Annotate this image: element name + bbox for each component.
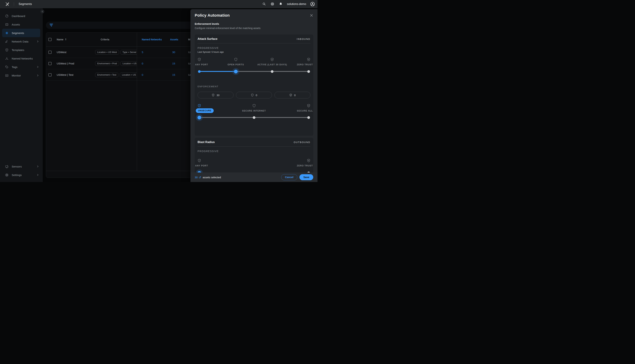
inbound-badge: INBOUND: [297, 38, 310, 40]
slider-active-track: [199, 71, 236, 72]
shield-check-icon: [307, 104, 310, 108]
shield-star-icon: [307, 159, 310, 162]
sidebar-item-label: Sensors: [12, 165, 22, 168]
slider-thumb[interactable]: [198, 116, 201, 119]
sidebar-item-label: Dashboard: [12, 14, 25, 18]
sidebar-item-sensors[interactable]: Sensors: [0, 162, 42, 171]
sidebar-item-dashboard[interactable]: Dashboard: [0, 12, 42, 20]
criteria-chip: Type = Server: [121, 50, 137, 54]
stop-label-secure-all: SECURE ALL: [297, 110, 313, 112]
blast-radius-slider: ANY PORT ZERO TRUST: [199, 159, 309, 172]
slider-stop-dot[interactable]: [271, 70, 273, 73]
dashboard-icon: [5, 14, 9, 18]
row-checkbox[interactable]: [48, 73, 52, 76]
assets-count-link[interactable]: 15: [165, 73, 185, 76]
stop-label-zero-trust: ZERO TRUST: [297, 164, 313, 167]
selected-assets-link[interactable]: 30: [195, 176, 201, 179]
header-criteria[interactable]: Criteria: [92, 38, 137, 41]
slider-stop-dot[interactable]: [307, 70, 310, 73]
assets-icon: [5, 23, 9, 26]
named-networks-count-link[interactable]: 0: [137, 73, 165, 76]
segment-name: USWest: [54, 51, 92, 54]
named-networks-count-link[interactable]: 0: [137, 62, 165, 65]
shield-icon: [251, 94, 254, 97]
notifications-bell-icon[interactable]: [279, 2, 282, 6]
sidebar-item-monitor[interactable]: Monitor: [0, 71, 42, 80]
sidebar-item-settings[interactable]: Settings: [0, 171, 42, 179]
cancel-button[interactable]: Cancel: [281, 174, 297, 180]
search-icon[interactable]: [262, 2, 266, 6]
shield-exclamation-icon: [197, 159, 201, 162]
slider-thumb[interactable]: [234, 70, 238, 73]
counter-value: 30: [216, 94, 219, 97]
criteria-chip: Location = US: [121, 61, 137, 66]
slider-stop-dot[interactable]: [307, 116, 310, 119]
sidebar-item-assets[interactable]: Assets: [0, 20, 42, 29]
stop-label-secure-internet: SECURE INTERNET: [242, 110, 266, 112]
shield-exclamation-icon: [197, 58, 201, 62]
external-link-icon: [199, 176, 201, 179]
row-checkbox[interactable]: [48, 51, 52, 54]
header-assets[interactable]: Assets: [165, 38, 185, 41]
save-button[interactable]: Save: [299, 174, 313, 180]
close-panel-button[interactable]: [310, 14, 313, 17]
slider-stop-dot[interactable]: [253, 116, 255, 119]
sidebar-item-tags[interactable]: Tags: [0, 63, 42, 71]
sidebar-item-segments[interactable]: Segments: [2, 29, 40, 37]
sidebar-item-templates[interactable]: Templates: [0, 46, 42, 54]
named-networks-count-link[interactable]: 5: [137, 51, 165, 54]
shield-check-icon: [289, 94, 292, 97]
shield-exclamation-icon: [212, 94, 215, 97]
panel-title: Policy Automation: [195, 13, 230, 18]
assets-count-link[interactable]: 30: [165, 51, 185, 54]
sidebar-item-named-networks[interactable]: Named Networks: [0, 54, 42, 63]
enforcement-levels-description: Configure minimal enforcement level of t…: [195, 27, 313, 30]
monitor-icon: [5, 74, 9, 77]
account-name: solutions-demo: [287, 2, 306, 6]
sidebar-item-label: Network Data: [12, 40, 28, 43]
segment-name: USWest | Test: [54, 73, 92, 76]
stop-label-any-port: ANY PORT: [195, 64, 208, 66]
panel-scroll-area[interactable]: Policy Automation Enforcement levels Con…: [190, 9, 317, 172]
sidebar-item-network-data[interactable]: Network Data: [0, 37, 42, 46]
sidebar-collapse-button[interactable]: [40, 10, 44, 14]
sidebar-item-label: Templates: [12, 48, 24, 52]
chevron-right-icon: [36, 66, 39, 68]
sidebar-item-label: Segments: [12, 32, 24, 34]
enforcement-counter-any-port[interactable]: 30: [198, 92, 233, 98]
shield-icon: [234, 58, 238, 62]
header-name[interactable]: Name↑: [54, 38, 92, 41]
stop-label-zero-trust: ZERO TRUST: [297, 64, 313, 66]
select-all-checkbox[interactable]: [48, 38, 52, 41]
blast-radius-title: Blast Radius: [198, 140, 215, 144]
row-checkbox[interactable]: [48, 62, 52, 65]
criteria-chip: Location = US: [120, 72, 137, 77]
header-named-networks[interactable]: Named Networks: [137, 38, 165, 41]
app-root: Segments solutions-demo Dashboard Assets…: [0, 0, 317, 182]
enforcement-label: ENFORCEMENT: [198, 85, 310, 88]
tags-icon: [5, 65, 9, 69]
brand-logo-icon: [5, 2, 10, 6]
avatar[interactable]: [310, 2, 315, 7]
policy-automation-panel: Policy Automation Enforcement levels Con…: [190, 9, 317, 182]
topbar-divider: [14, 2, 14, 6]
enforcement-counter-active[interactable]: 0: [274, 92, 310, 98]
criteria-chip: Environment = Prod: [95, 61, 119, 66]
sidebar-item-label: Settings: [12, 174, 22, 176]
slider-thumb[interactable]: [198, 171, 201, 172]
slider-stop-dot[interactable]: [198, 70, 201, 73]
outbound-badge: OUTBOUND: [294, 141, 310, 144]
assets-count-link[interactable]: 15: [165, 62, 185, 65]
page-title: Segments: [19, 2, 32, 6]
selected-assets-label: assets selected: [203, 176, 221, 179]
help-icon[interactable]: [270, 2, 274, 6]
stop-label-open-ports: OPEN PORTS: [227, 64, 244, 66]
shield-exclamation-icon: [197, 104, 201, 108]
sidebar: Dashboard Assets Segments Network Data T…: [0, 8, 43, 182]
shield-icon: [252, 104, 256, 108]
progressive-label: PROGRESSIVE: [198, 46, 310, 50]
templates-shield-icon: [5, 48, 9, 52]
chevron-left-icon: [41, 10, 44, 13]
criteria-chip: Environment = Test: [95, 72, 118, 77]
enforcement-counter-open-ports[interactable]: 0: [236, 92, 272, 98]
